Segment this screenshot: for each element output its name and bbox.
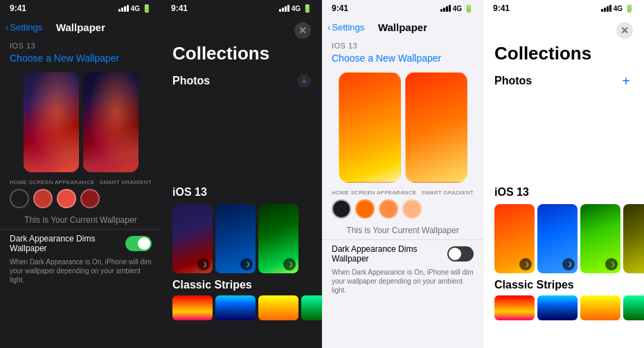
toggle-row-3: Dark Appearance Dims Wallpaper xyxy=(322,239,483,268)
section-label-1: iOS 13 xyxy=(0,39,161,51)
battery-icon-2: 🔋 xyxy=(303,4,312,13)
classic-stripes-label-4: Classic Stripes xyxy=(483,273,644,295)
wp-thumb-3-2[interactable]: ☽ xyxy=(258,204,298,273)
stripe-thumb-3-2[interactable] xyxy=(258,295,298,320)
bar4 xyxy=(609,5,611,12)
close-button-2[interactable]: ✕ xyxy=(294,22,311,39)
home-screen-label-3: HOME SCREEN APPEARANCE xyxy=(332,190,417,196)
ios13-label-4: iOS 13 xyxy=(483,183,644,204)
photos-placeholder-4 xyxy=(494,93,633,176)
time-4: 9:41 xyxy=(493,3,510,13)
wp-thumb-2-4[interactable]: ☽ xyxy=(537,204,578,273)
thumb-badge-2-2: ☽ xyxy=(240,258,253,271)
stripe-thumb-1-2[interactable] xyxy=(172,295,213,320)
thumb-badge-1-4: ☽ xyxy=(519,258,532,271)
back-label-1: Settings xyxy=(10,22,42,33)
choose-wallpaper-link-3[interactable]: Choose a New Wallpaper xyxy=(322,51,483,69)
nav-bar-1: ‹ Settings Wallpaper xyxy=(0,15,161,39)
thumb-badge-3-2: ☽ xyxy=(283,258,296,271)
thumb-badge-1-2: ☽ xyxy=(197,258,210,271)
toggle-row-1: Dark Appearance Dims Wallpaper xyxy=(0,229,161,257)
toggle-knob-1 xyxy=(138,237,150,250)
stripe-thumb-2-4[interactable] xyxy=(537,295,578,320)
photos-add-btn-4[interactable]: + xyxy=(619,74,633,88)
collections-title-2: Collections xyxy=(161,43,322,71)
bar2 xyxy=(443,8,445,12)
circle-peach-3[interactable] xyxy=(402,199,422,219)
wp-thumb-4-4[interactable]: ☽ xyxy=(623,204,644,273)
appearance-labels-3: HOME SCREEN APPEARANCE SMART GRADIENT xyxy=(332,190,474,196)
appearance-section-1: HOME SCREEN APPEARANCE SMART GRADIENT xyxy=(0,175,161,211)
choose-wallpaper-link-1[interactable]: Choose a New Wallpaper xyxy=(0,51,161,69)
collections-header-2: ✕ xyxy=(161,15,322,43)
photos-section-header-4: Photos + xyxy=(483,71,644,93)
panel-dark-wallpaper: 9:41 4G 🔋 ‹ Settings Wallpaper iOS 13 Ch… xyxy=(0,0,161,348)
stripe-thumb-4-2[interactable] xyxy=(301,295,322,320)
circle-dark-red-1[interactable] xyxy=(80,189,100,208)
chevron-left-icon-1: ‹ xyxy=(6,22,8,33)
photos-section-header-2: Photos + xyxy=(161,71,322,93)
thumb-badge-3-4: ☽ xyxy=(605,258,618,271)
nav-title-1: Wallpaper xyxy=(56,21,105,33)
wallpaper-preview-1 xyxy=(0,69,161,175)
classic-stripes-label-2: Classic Stripes xyxy=(161,273,322,295)
bar1 xyxy=(440,9,442,12)
dark-dims-toggle-1[interactable] xyxy=(125,236,152,251)
bar2 xyxy=(604,8,606,12)
circle-black-3[interactable] xyxy=(332,199,351,219)
network-type-4: 4G xyxy=(614,5,623,12)
dark-dims-toggle-3[interactable] xyxy=(447,246,474,262)
circle-orange-3[interactable] xyxy=(355,199,375,219)
back-button-3[interactable]: ‹ Settings xyxy=(328,22,364,33)
status-bar-1: 9:41 4G 🔋 xyxy=(0,0,161,15)
bar4 xyxy=(287,5,289,12)
phone-preview-home-1[interactable] xyxy=(24,72,79,172)
panel-dark-collections: 9:41 4G 🔋 ✕ Collections Photos + iOS 13 … xyxy=(161,0,322,348)
time-1: 9:41 xyxy=(10,3,26,13)
chevron-left-icon-3: ‹ xyxy=(328,22,330,33)
back-button-1[interactable]: ‹ Settings xyxy=(6,22,42,33)
bar2 xyxy=(282,8,284,12)
wp-thumb-3-4[interactable]: ☽ xyxy=(580,204,620,273)
phone-preview-lock-3[interactable] xyxy=(405,72,467,183)
stripe-thumb-3-4[interactable] xyxy=(580,295,620,320)
ios13-label-2: iOS 13 xyxy=(161,183,322,204)
phone-preview-lock-1[interactable] xyxy=(83,72,138,172)
signal-icon-3 xyxy=(440,5,451,12)
bar1 xyxy=(118,9,120,12)
bar4 xyxy=(449,5,451,12)
circle-orange2-3[interactable] xyxy=(379,199,398,219)
appearance-labels-1: HOME SCREEN APPEARANCE SMART GRADIENT xyxy=(10,179,152,185)
collections-title-4: Collections xyxy=(483,43,644,71)
stripe-thumb-1-4[interactable] xyxy=(494,295,535,320)
close-button-4[interactable]: ✕ xyxy=(616,22,633,39)
circle-black-1[interactable] xyxy=(10,189,29,208)
current-wallpaper-text-3: This is Your Current Wallpaper xyxy=(322,221,483,239)
stripe-thumb-2-2[interactable] xyxy=(215,295,256,320)
bar3 xyxy=(124,6,126,12)
photos-add-btn-2[interactable]: + xyxy=(297,74,311,88)
wp-thumbs-row-2: ☽ ☽ ☽ xyxy=(161,204,322,273)
wp-thumb-1-4[interactable]: ☽ xyxy=(494,204,535,273)
status-icons-4: 4G 🔋 xyxy=(601,4,634,13)
circle-orange-dark-1[interactable] xyxy=(57,189,76,208)
status-bar-4: 9:41 4G 🔋 xyxy=(483,0,644,15)
current-wallpaper-text-1: This is Your Current Wallpaper xyxy=(0,211,161,229)
bar1 xyxy=(601,9,603,12)
toggle-knob-3 xyxy=(449,248,461,260)
signal-icon-2 xyxy=(279,5,289,12)
time-3: 9:41 xyxy=(332,3,348,13)
smart-gradient-label-3: SMART GRADIENT xyxy=(422,190,474,196)
stripe-thumb-4-4[interactable] xyxy=(623,295,644,320)
signal-icon-1 xyxy=(118,5,129,12)
smart-gradient-label-1: SMART GRADIENT xyxy=(100,179,152,185)
wallpaper-preview-3 xyxy=(322,69,483,185)
wp-thumb-1-2[interactable]: ☽ xyxy=(172,204,213,273)
circle-red-1[interactable] xyxy=(33,189,53,208)
phone-preview-home-3[interactable] xyxy=(339,72,401,183)
status-icons-1: 4G 🔋 xyxy=(118,4,152,13)
wp-thumb-2-2[interactable]: ☽ xyxy=(215,204,256,273)
bar4 xyxy=(127,5,129,12)
battery-icon-4: 🔋 xyxy=(625,4,634,13)
stripes-row-4 xyxy=(483,295,644,320)
